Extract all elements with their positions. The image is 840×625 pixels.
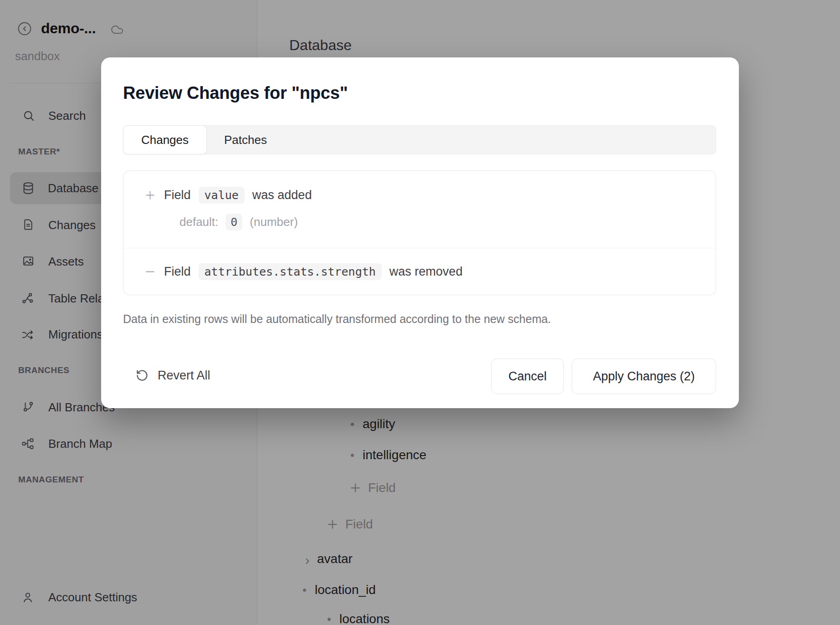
change-prefix: Field — [164, 188, 191, 202]
default-type: (number) — [250, 215, 297, 229]
revert-all-button[interactable]: Revert All — [136, 364, 210, 387]
tab-changes[interactable]: Changes — [123, 125, 207, 154]
tab-bar: Changes Patches — [123, 125, 716, 154]
tab-label: Changes — [141, 133, 189, 147]
transform-note: Data in existing rows will be automatica… — [123, 312, 551, 326]
review-changes-dialog: Review Changes for "npcs" Changes Patche… — [101, 57, 739, 408]
revert-all-label: Revert All — [158, 369, 210, 383]
apply-changes-button[interactable]: Apply Changes (2) — [572, 359, 716, 394]
default-label: default: — [179, 215, 218, 229]
change-default-detail: default: 0 (number) — [179, 210, 298, 234]
changes-list: Field value was added default: 0 (number… — [123, 170, 716, 295]
tab-patches[interactable]: Patches — [207, 125, 284, 154]
change-prefix: Field — [164, 265, 191, 279]
rotate-ccw-icon — [136, 369, 149, 382]
plus-icon — [144, 189, 156, 201]
minus-icon — [144, 266, 156, 278]
default-value-chip: 0 — [225, 214, 242, 231]
cancel-button[interactable]: Cancel — [491, 359, 564, 394]
field-name-chip: value — [199, 187, 245, 204]
tab-label: Patches — [224, 133, 267, 147]
change-suffix: was added — [252, 188, 312, 202]
field-name-chip: attributes.stats.strength — [199, 263, 382, 280]
row-divider — [123, 248, 716, 248]
change-row-added: Field value was added — [144, 183, 312, 207]
app-root: demo-... sandbox Search MASTER* — [0, 0, 840, 625]
change-row-removed: Field attributes.stats.strength was remo… — [144, 259, 462, 284]
change-suffix: was removed — [389, 265, 463, 279]
dialog-title: Review Changes for "npcs" — [123, 83, 348, 103]
